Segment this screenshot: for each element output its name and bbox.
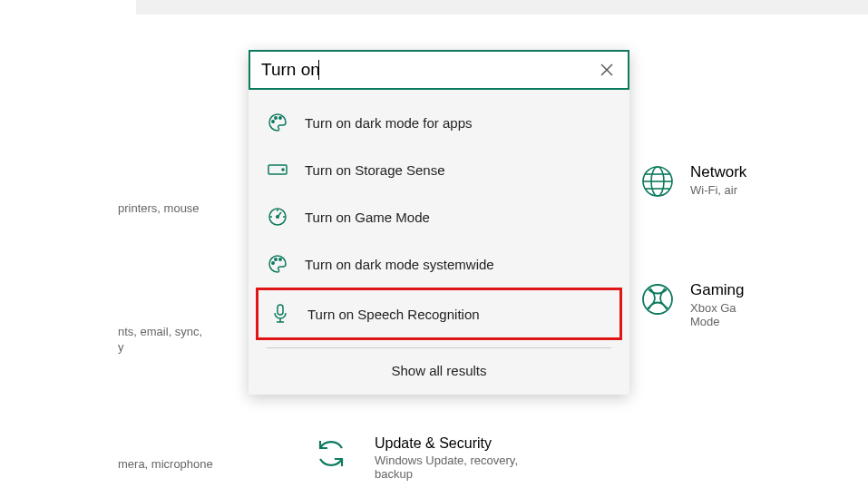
svg-point-19 xyxy=(272,262,274,264)
gaming-title: Gaming xyxy=(690,281,745,299)
gaming-sub-2: Mode xyxy=(690,315,745,328)
text-caret xyxy=(318,60,319,80)
search-dropdown: Turn on Turn on dark mode for apps xyxy=(249,50,629,395)
result-storage-sense[interactable]: Turn on Storage Sense xyxy=(249,146,629,193)
search-results-list: Turn on dark mode for apps Turn on Stora… xyxy=(249,90,629,395)
result-label: Turn on Speech Recognition xyxy=(307,307,480,322)
devices-sub-fragment: printers, mouse xyxy=(118,201,200,215)
highlight-annotation: Turn on Speech Recognition xyxy=(256,288,622,340)
svg-point-5 xyxy=(643,285,672,314)
result-speech-recognition[interactable]: Turn on Speech Recognition xyxy=(258,290,565,337)
search-input-text[interactable]: Turn on xyxy=(261,60,320,80)
svg-point-12 xyxy=(282,169,284,171)
tile-network[interactable]: Network Wi-Fi, air xyxy=(639,163,746,200)
sync-icon xyxy=(313,435,349,472)
svg-point-15 xyxy=(277,216,279,219)
result-game-mode[interactable]: Turn on Game Mode xyxy=(249,193,629,240)
globe-icon xyxy=(639,163,676,200)
network-sub: Wi-Fi, air xyxy=(690,183,746,197)
network-title: Network xyxy=(690,163,746,181)
accounts-sub-fragment-2: y xyxy=(118,340,124,354)
result-label: Turn on dark mode systemwide xyxy=(305,257,494,272)
gauge-icon xyxy=(267,206,288,228)
palette-icon xyxy=(267,253,288,275)
update-title: Update & Security xyxy=(375,435,538,452)
search-box[interactable]: Turn on xyxy=(249,50,629,90)
update-sub: Windows Update, recovery, backup xyxy=(375,454,538,481)
gaming-sub-1: Xbox Ga xyxy=(690,301,745,315)
result-label: Turn on Storage Sense xyxy=(305,162,445,178)
show-all-results[interactable]: Show all results xyxy=(249,348,629,395)
header-strip xyxy=(136,0,868,15)
result-label: Turn on Game Mode xyxy=(305,210,430,225)
result-label: Turn on dark mode for apps xyxy=(305,115,473,131)
palette-icon xyxy=(267,112,288,133)
accounts-sub-fragment-1: nts, email, sync, xyxy=(118,325,202,338)
svg-point-8 xyxy=(272,121,274,122)
svg-point-9 xyxy=(275,117,277,119)
close-icon xyxy=(600,63,613,76)
svg-point-21 xyxy=(279,259,281,260)
svg-point-20 xyxy=(275,259,277,260)
svg-point-10 xyxy=(279,117,281,119)
svg-rect-22 xyxy=(278,305,283,315)
tile-gaming[interactable]: Gaming Xbox Ga Mode xyxy=(639,281,746,328)
clear-search-button[interactable] xyxy=(597,60,617,80)
drive-icon xyxy=(267,159,288,181)
xbox-icon xyxy=(639,281,676,317)
microphone-icon xyxy=(269,303,291,325)
tile-update-security[interactable]: Update & Security Windows Update, recove… xyxy=(313,435,538,481)
result-dark-mode-system[interactable]: Turn on dark mode systemwide xyxy=(249,240,629,288)
privacy-sub-fragment: mera, microphone xyxy=(118,457,213,471)
right-tiles: Network Wi-Fi, air Gaming Xbox Ga Mode xyxy=(639,163,746,410)
result-dark-mode-apps[interactable]: Turn on dark mode for apps xyxy=(249,99,629,146)
